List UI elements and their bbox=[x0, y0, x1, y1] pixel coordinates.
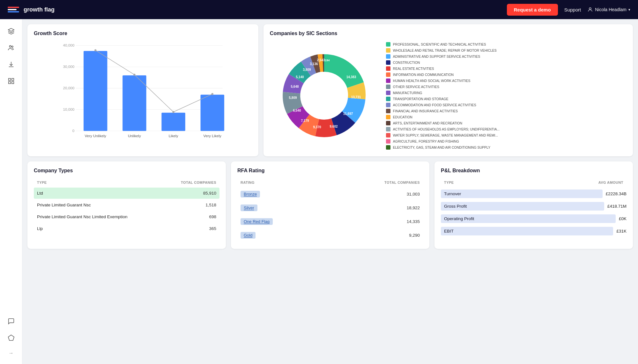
svg-text:9,602: 9,602 bbox=[330, 125, 338, 128]
svg-point-1 bbox=[9, 46, 11, 48]
legend-swatch bbox=[386, 145, 390, 150]
user-icon bbox=[587, 7, 593, 12]
legend-swatch bbox=[386, 66, 390, 71]
svg-rect-19 bbox=[122, 75, 146, 131]
legend-item-admin: ADMINISTRATIVE AND SUPPORT SERVICE ACTIV… bbox=[386, 54, 627, 59]
sidebar: → bbox=[0, 19, 22, 364]
svg-text:3,136: 3,136 bbox=[310, 62, 318, 66]
svg-text:Likely: Likely bbox=[169, 134, 178, 138]
table-row: Bronze 31,003 bbox=[237, 188, 423, 201]
svg-point-24 bbox=[172, 111, 174, 113]
svg-text:11,697: 11,697 bbox=[343, 112, 353, 115]
legend-label: HUMAN HEALTH AND SOCIAL WORK ACTIVITIES bbox=[393, 79, 471, 83]
pl-breakdown-title: P&L Breakdown bbox=[441, 168, 627, 174]
pl-row-gross-profit: Gross Profit £418.71M bbox=[441, 200, 627, 212]
table-row: One Red Flag 14,335 bbox=[237, 215, 423, 228]
col-rating-label: RATING bbox=[241, 181, 255, 184]
svg-rect-18 bbox=[84, 51, 107, 131]
rfa-silver-badge[interactable]: Silver bbox=[241, 204, 257, 211]
logo-area: growth flag bbox=[8, 3, 507, 16]
pl-avg: £2228.34B bbox=[606, 191, 627, 196]
bar-chart-svg: 40,000 30,000 20,000 10,000 0 bbox=[34, 41, 252, 150]
rfa-one-red-badge[interactable]: One Red Flag bbox=[241, 218, 273, 225]
legend-label: ARTS, ENTERTAINMENT AND RECREATION bbox=[393, 121, 462, 125]
svg-point-2 bbox=[11, 46, 13, 48]
header-actions: Request a demo Support Nicola Headlam ▾ bbox=[507, 4, 630, 16]
rfa-rating-card: RFA Rating RATING TOTAL COMPANIES Bronze… bbox=[231, 161, 429, 249]
legend-swatch bbox=[386, 60, 390, 65]
chevron-down-icon: ▾ bbox=[628, 8, 630, 12]
sidebar-item-diamond[interactable] bbox=[4, 331, 18, 345]
legend-label: AGRICULTURE, FORESTRY AND FISHING bbox=[393, 139, 459, 143]
legend-item-education: EDUCATION bbox=[386, 115, 627, 119]
table-row: Ltd 85,910 bbox=[34, 188, 219, 199]
legend-swatch bbox=[386, 72, 390, 77]
row-total: 14,335 bbox=[407, 219, 420, 224]
svg-text:14,383: 14,383 bbox=[346, 75, 356, 79]
sidebar-item-chat[interactable] bbox=[4, 314, 18, 328]
support-button[interactable]: Support bbox=[564, 7, 581, 12]
svg-text:40,000: 40,000 bbox=[63, 43, 75, 47]
sidebar-item-grid[interactable] bbox=[4, 74, 18, 88]
legend-swatch bbox=[386, 133, 390, 137]
table-row: Llp 365 bbox=[34, 223, 219, 234]
legend-item-arts: ARTS, ENTERTAINMENT AND RECREATION bbox=[386, 121, 627, 125]
legend-item-construction: CONSTRUCTION bbox=[386, 60, 627, 65]
table-row: Gold 9,290 bbox=[237, 229, 423, 242]
top-row: Growth Score 40,000 30,000 20,000 10,000… bbox=[27, 24, 633, 156]
rfa-bronze-badge[interactable]: Bronze bbox=[241, 191, 260, 197]
svg-text:3,809: 3,809 bbox=[303, 68, 311, 71]
svg-text:6,540: 6,540 bbox=[293, 109, 301, 112]
legend-swatch bbox=[386, 103, 390, 107]
svg-point-25 bbox=[211, 93, 213, 95]
svg-rect-21 bbox=[201, 95, 224, 131]
rfa-gold-badge[interactable]: Gold bbox=[241, 232, 256, 239]
row-type: Private Limited Guarant Nsc Limited Exem… bbox=[37, 214, 209, 219]
col-avg-label: AVG AMOUNT bbox=[598, 181, 623, 184]
bar-chart-area: 40,000 30,000 20,000 10,000 0 bbox=[34, 41, 252, 150]
legend-item-transport: TRANSPORTATION AND STORAGE bbox=[386, 97, 627, 101]
legend-item-wholesale: WHOLESALE AND RETAIL TRADE; REPAIR OF MO… bbox=[386, 48, 627, 53]
donut-chart-area: 14,383 13,731 11,697 9,602 9,370 7,179 6… bbox=[270, 41, 378, 150]
legend-swatch bbox=[386, 109, 390, 113]
logo-icon bbox=[8, 3, 20, 16]
legend-item-professional: PROFESSIONAL, SCIENTIFIC AND TECHNICAL A… bbox=[386, 42, 627, 47]
content-area: Growth Score 40,000 30,000 20,000 10,000… bbox=[22, 19, 638, 364]
request-demo-button[interactable]: Request a demo bbox=[507, 4, 558, 16]
legend-label: WATER SUPPLY; SEWERAGE, WASTE MANAGEMENT… bbox=[393, 133, 498, 137]
legend-swatch bbox=[386, 121, 390, 125]
arrow-right-icon: → bbox=[9, 350, 14, 356]
sidebar-collapse-button[interactable]: → bbox=[4, 347, 18, 359]
rfa-header: RATING TOTAL COMPANIES bbox=[237, 179, 423, 186]
legend-swatch bbox=[386, 78, 390, 83]
sidebar-item-people[interactable] bbox=[4, 41, 18, 55]
donut-wrapper: 14,383 13,731 11,697 9,602 9,370 7,179 6… bbox=[270, 41, 627, 150]
sidebar-item-cube[interactable] bbox=[4, 24, 18, 38]
row-total: 9,290 bbox=[409, 233, 420, 238]
legend-swatch bbox=[386, 54, 390, 59]
legend-label: MANUFACTURING bbox=[393, 91, 422, 95]
svg-text:13,731: 13,731 bbox=[351, 95, 361, 99]
logo-line-3 bbox=[8, 11, 19, 12]
pl-row-ebit: EBIT £31K bbox=[441, 225, 627, 237]
legend-swatch bbox=[386, 91, 390, 95]
download-icon bbox=[8, 61, 15, 68]
legend-item-agriculture: AGRICULTURE, FORESTRY AND FISHING bbox=[386, 139, 627, 144]
svg-text:5,648: 5,648 bbox=[291, 85, 299, 88]
legend-label: ACCOMMODATION AND FOOD SERVICE ACTIVITIE… bbox=[393, 103, 476, 107]
legend-item-info: INFORMATION AND COMMUNICATION bbox=[386, 72, 627, 77]
row-total: 365 bbox=[209, 226, 216, 231]
svg-marker-7 bbox=[8, 335, 14, 340]
legend-item-other-services: OTHER SERVICE ACTIVITIES bbox=[386, 85, 627, 89]
svg-text:30,000: 30,000 bbox=[63, 64, 75, 69]
sidebar-item-download[interactable] bbox=[4, 57, 18, 71]
legend-item-households: ACTIVITIES OF HOUSEHOLDS AS EMPLOYERS; U… bbox=[386, 127, 627, 131]
svg-point-30 bbox=[303, 75, 345, 116]
company-types-card: Company Types TYPE TOTAL COMPANIES Ltd 8… bbox=[27, 161, 226, 249]
user-menu[interactable]: Nicola Headlam ▾ bbox=[587, 7, 630, 12]
legend-label: OTHER SERVICE ACTIVITIES bbox=[393, 85, 439, 89]
legend-item-manufacturing: MANUFACTURING bbox=[386, 91, 627, 95]
legend-item-electricity: ELECTRICITY, GAS, STEAM AND AIR CONDITIO… bbox=[386, 145, 627, 150]
legend-label: FINANCIAL AND INSURANCE ACTIVITIES bbox=[393, 109, 458, 113]
grid-icon bbox=[8, 78, 15, 85]
